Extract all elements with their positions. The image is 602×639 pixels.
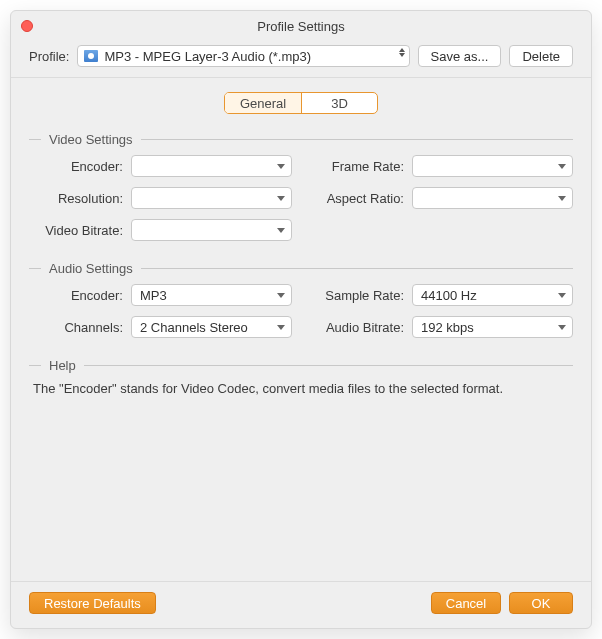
tab-general[interactable]: General [225, 93, 301, 113]
audio-encoder-select[interactable]: MP3 [131, 284, 292, 306]
restore-defaults-button[interactable]: Restore Defaults [29, 592, 156, 614]
tab-3d[interactable]: 3D [301, 93, 377, 113]
chevron-down-icon [277, 196, 285, 201]
video-bitrate-select[interactable] [131, 219, 292, 241]
video-settings-group: Video Settings Encoder: Frame Rate: [29, 132, 573, 241]
video-encoder-select[interactable] [131, 155, 292, 177]
ok-button[interactable]: OK [509, 592, 573, 614]
tab-bar: General 3D [29, 92, 573, 114]
window-title: Profile Settings [11, 19, 591, 34]
audio-encoder-label: Encoder: [29, 288, 123, 303]
audio-bitrate-value: 192 kbps [421, 320, 474, 335]
profile-select[interactable]: MP3 - MPEG Layer-3 Audio (*.mp3) [77, 45, 409, 67]
channels-label: Channels: [29, 320, 123, 335]
audio-bitrate-select[interactable]: 192 kbps [412, 316, 573, 338]
video-bitrate-label: Video Bitrate: [29, 223, 123, 238]
chevron-down-icon [558, 325, 566, 330]
help-text: The "Encoder" stands for Video Codec, co… [29, 381, 573, 396]
audio-encoder-value: MP3 [140, 288, 167, 303]
cancel-button[interactable]: Cancel [431, 592, 501, 614]
chevron-down-icon [558, 164, 566, 169]
video-settings-title: Video Settings [29, 132, 573, 147]
resolution-select[interactable] [131, 187, 292, 209]
chevron-down-icon [277, 293, 285, 298]
audio-bitrate-label: Audio Bitrate: [310, 320, 404, 335]
footer: Restore Defaults Cancel OK [11, 581, 591, 628]
help-title: Help [29, 358, 573, 373]
profile-select-value: MP3 - MPEG Layer-3 Audio (*.mp3) [104, 49, 311, 64]
resolution-label: Resolution: [29, 191, 123, 206]
chevron-down-icon [277, 164, 285, 169]
sample-rate-select[interactable]: 44100 Hz [412, 284, 573, 306]
titlebar: Profile Settings [11, 11, 591, 41]
profile-label: Profile: [29, 49, 69, 64]
sample-rate-label: Sample Rate: [310, 288, 404, 303]
channels-value: 2 Channels Stereo [140, 320, 248, 335]
mp3-format-icon [84, 50, 98, 62]
chevron-down-icon [558, 196, 566, 201]
chevron-down-icon [277, 228, 285, 233]
profile-row: Profile: MP3 - MPEG Layer-3 Audio (*.mp3… [11, 41, 591, 77]
aspect-ratio-select[interactable] [412, 187, 573, 209]
audio-settings-title: Audio Settings [29, 261, 573, 276]
chevron-down-icon [558, 293, 566, 298]
aspect-ratio-label: Aspect Ratio: [310, 191, 404, 206]
channels-select[interactable]: 2 Channels Stereo [131, 316, 292, 338]
audio-settings-group: Audio Settings Encoder: MP3 Sample Rate:… [29, 261, 573, 338]
stepper-arrows-icon [399, 48, 405, 57]
chevron-down-icon [277, 325, 285, 330]
frame-rate-select[interactable] [412, 155, 573, 177]
help-group: Help The "Encoder" stands for Video Code… [29, 358, 573, 396]
profile-settings-window: Profile Settings Profile: MP3 - MPEG Lay… [10, 10, 592, 629]
save-as-button[interactable]: Save as... [418, 45, 502, 67]
content-area: General 3D Video Settings Encoder: Frame… [11, 77, 591, 581]
delete-button[interactable]: Delete [509, 45, 573, 67]
video-encoder-label: Encoder: [29, 159, 123, 174]
sample-rate-value: 44100 Hz [421, 288, 477, 303]
frame-rate-label: Frame Rate: [310, 159, 404, 174]
